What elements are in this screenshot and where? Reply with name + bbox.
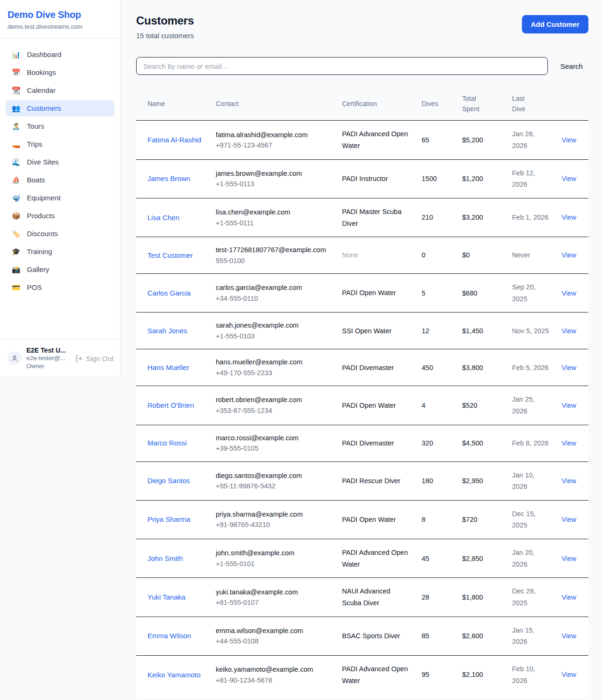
sidebar-user-section: E2E Test U... e2e-tester@... Owner Sign … [0,339,120,377]
customer-name-link[interactable]: Hans Mueller [147,362,189,373]
sidebar-item-label: POS [27,283,42,291]
table-header: Name Contact Certification Dives Total S… [136,88,588,121]
customer-email: emma.wilson@example.com [216,626,331,636]
sidebar: Demo Dive Shop demo.test.divestreams.com… [0,0,121,378]
customer-name-link[interactable]: Robert O'Brien [147,400,194,411]
customer-email: robert.obrien@example.com [216,395,331,405]
customer-total-spent: $2,600 [456,617,506,655]
customer-certification: None [336,237,416,274]
sidebar-item-tours[interactable]: 🏝️ Tours [6,118,114,134]
customer-email: carlos.garcia@example.com [216,282,331,293]
nav-icon: 🎓 [11,248,21,255]
table-row: Carlos Garcia carlos.garcia@example.com … [136,274,588,313]
sidebar-item-bookings[interactable]: 📅 Bookings [6,64,114,81]
add-customer-button[interactable]: Add Customer [522,15,588,33]
customer-name-link[interactable]: Lisa Chen [147,212,179,223]
sidebar-item-equipment[interactable]: 🤿 Equipment [6,189,114,206]
customer-certification: SSI Open Water [336,313,416,349]
view-customer-link[interactable]: View [562,327,576,335]
customer-certification: NAUI Advanced Scuba Diver [336,578,416,617]
customer-dives: 210 [416,198,456,237]
customer-name-link[interactable]: Yuki Tanaka [147,592,186,603]
nav-icon: 👥 [11,105,21,112]
sidebar-header: Demo Dive Shop demo.test.divestreams.com [0,0,120,39]
customer-name-link[interactable]: Sarah Jones [147,325,187,337]
sidebar-item-gallery[interactable]: 📸 Gallery [6,261,114,278]
view-customer-link[interactable]: View [562,516,576,523]
customer-phone: +39-555-0105 [216,443,331,453]
table-row: Priya Sharma priya.sharma@example.com +9… [136,500,588,539]
customer-last-dive: Feb 10, 2026 [506,655,556,694]
sidebar-item-customers[interactable]: 👥 Customers [6,100,114,116]
customer-dives: 85 [416,617,456,655]
sidebar-item-discounts[interactable]: 🏷️ Discounts [6,225,114,242]
sidebar-item-calendar[interactable]: 📆 Calendar [6,82,114,99]
customer-phone: +81-90-1234-5678 [216,675,331,685]
col-header-contact: Contact [210,88,336,121]
customer-name-link[interactable]: Keiko Yamamoto [147,669,201,681]
view-customer-link[interactable]: View [562,214,576,221]
col-header-total-spent: Total Spent [456,88,506,121]
nav-icon: ⛵ [11,176,21,183]
customer-email: hans.mueller@example.com [216,357,331,367]
customer-name-link[interactable]: Marco Rossi [147,437,187,449]
customer-name-link[interactable]: Diego Santos [147,475,190,486]
customer-name-link[interactable]: Carlos Garcia [147,288,191,299]
sidebar-item-label: Boats [27,176,45,184]
view-customer-link[interactable]: View [562,364,576,371]
user-icon [11,354,18,362]
customer-last-dive: Jan 20, 2026 [506,539,556,578]
sidebar-item-pos[interactable]: 💳 POS [6,279,114,296]
customer-certification: PADI Advanced Open Water [336,121,416,159]
search-button[interactable]: Search [554,58,588,74]
sidebar-item-dashboard[interactable]: 📊 Dashboard [6,46,114,63]
sidebar-item-training[interactable]: 🎓 Training [6,243,114,260]
customer-name-link[interactable]: Emma Wilson [147,630,191,642]
customer-name-link[interactable]: Fatima Al-Rashid [147,134,201,146]
customer-certification: PADI Advanced Open Water [336,655,416,694]
view-customer-link[interactable]: View [562,289,576,297]
view-customer-link[interactable]: View [562,632,576,640]
sidebar-item-products[interactable]: 📦 Products [6,207,114,224]
customer-dives: 450 [416,349,456,386]
nav-icon: 🌊 [11,158,21,165]
sidebar-nav: 📊 Dashboard 📅 Bookings 📆 Calendar 👥 Cust… [0,39,120,339]
customer-name-link[interactable]: John Smith [147,553,183,564]
customer-total-spent: $1,800 [456,578,506,617]
customer-name-link[interactable]: Priya Sharma [147,514,190,525]
customer-phone: +55-11-99876-5432 [216,481,331,491]
sign-out-icon [75,354,83,362]
customer-dives: 0 [416,237,456,274]
customer-email: james.brown@example.com [216,168,331,179]
customer-name-link[interactable]: James Brown [147,173,190,184]
search-bar: Search [136,57,588,75]
sidebar-item-boats[interactable]: ⛵ Boats [6,172,114,188]
customer-last-dive: Dec 28, 2025 [506,578,556,617]
view-customer-link[interactable]: View [562,593,576,601]
customer-email: yuki.tanaka@example.com [216,587,331,597]
customer-last-dive: Nov 5, 2025 [506,313,556,349]
view-customer-link[interactable]: View [562,175,576,182]
customer-dives: 4 [416,386,456,425]
view-customer-link[interactable]: View [562,251,576,259]
sidebar-item-dive-sites[interactable]: 🌊 Dive Sites [6,154,114,170]
view-customer-link[interactable]: View [562,439,576,447]
customer-certification: PADI Master Scuba Diver [336,198,416,237]
view-customer-link[interactable]: View [562,671,576,678]
customer-total-spent: $2,950 [456,461,506,500]
nav-icon: 🏷️ [11,230,21,237]
customer-total-spent: $2,100 [456,655,506,694]
sidebar-item-label: Trips [27,140,42,148]
sidebar-item-trips[interactable]: 🚤 Trips [6,136,114,152]
page-title: Customers [136,14,194,27]
sign-out-button[interactable]: Sign Out [75,354,114,362]
sidebar-item-label: Equipment [27,194,61,202]
customer-name-link[interactable]: Test Customer [147,250,193,261]
customer-phone: +1-555-0111 [216,218,331,228]
view-customer-link[interactable]: View [562,136,576,144]
search-input[interactable] [136,57,548,75]
view-customer-link[interactable]: View [562,477,576,485]
customer-total-spent: $680 [456,274,506,313]
view-customer-link[interactable]: View [562,555,576,562]
view-customer-link[interactable]: View [562,402,576,409]
